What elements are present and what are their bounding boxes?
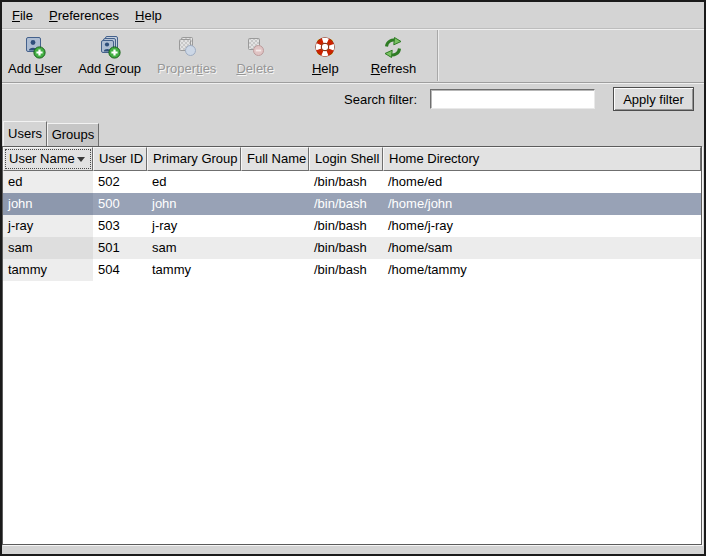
- table-body: ed502ed/bin/bash/home/edjohn500john/bin/…: [3, 171, 701, 544]
- toolbar-help-button[interactable]: Help: [306, 34, 345, 78]
- menu-preferences[interactable]: Preferences: [43, 5, 125, 26]
- toolbar-refresh-button[interactable]: Refresh: [365, 34, 423, 78]
- sort-descending-icon: [77, 157, 85, 162]
- menu-help[interactable]: Help: [129, 5, 168, 26]
- toolbar-delete-button: Delete: [230, 34, 280, 78]
- table-cell: 501: [93, 237, 147, 259]
- group-add-icon: [98, 36, 122, 60]
- table-cell: /bin/bash: [309, 259, 383, 281]
- search-filter-input[interactable]: [430, 89, 595, 109]
- delete-icon: [243, 36, 267, 60]
- table-row[interactable]: tammy504tammy/bin/bash/home/tammy: [3, 259, 701, 281]
- column-header-user-name[interactable]: User Name: [3, 147, 93, 171]
- table-cell: john: [147, 193, 241, 215]
- table-cell: /home/tammy: [383, 259, 701, 281]
- column-header-user-id[interactable]: User ID: [93, 147, 147, 171]
- table-cell: [241, 237, 309, 259]
- table-cell: john: [3, 193, 93, 215]
- table-cell: 500: [93, 193, 147, 215]
- table-cell: /home/ed: [383, 171, 701, 193]
- toolbar-properties-button: Properties: [151, 34, 222, 78]
- tab-groups[interactable]: Groups: [47, 123, 99, 146]
- table-cell: ed: [147, 171, 241, 193]
- table-cell: [241, 215, 309, 237]
- table-cell: sam: [3, 237, 93, 259]
- toolbar-label: Add Group: [78, 61, 141, 76]
- toolbar-edge-separator: [437, 30, 438, 81]
- table-cell: 502: [93, 171, 147, 193]
- column-header-home-directory[interactable]: Home Directory: [383, 147, 701, 171]
- table-cell: tammy: [3, 259, 93, 281]
- table-cell: 504: [93, 259, 147, 281]
- refresh-icon: [381, 36, 405, 60]
- table-cell: /bin/bash: [309, 237, 383, 259]
- table-cell: 503: [93, 215, 147, 237]
- toolbar-label: Refresh: [371, 61, 417, 76]
- column-header-primary-group[interactable]: Primary Group: [147, 147, 241, 171]
- table-cell: tammy: [147, 259, 241, 281]
- table-cell: /home/j-ray: [383, 215, 701, 237]
- table-row[interactable]: sam501sam/bin/bash/home/sam: [3, 237, 701, 259]
- user-manager-window: File Preferences Help Add User: [0, 0, 706, 556]
- table-cell: /bin/bash: [309, 215, 383, 237]
- user-add-icon: [23, 36, 47, 60]
- table-row[interactable]: john500john/bin/bash/home/john: [3, 193, 701, 215]
- column-header-login-shell[interactable]: Login Shell: [309, 147, 383, 171]
- users-table: User Name User ID Primary Group Full Nam…: [2, 146, 702, 545]
- table-cell: [241, 259, 309, 281]
- apply-filter-button[interactable]: Apply filter: [613, 87, 694, 111]
- toolbar: Add User Add Group: [2, 29, 704, 83]
- menu-file[interactable]: File: [6, 5, 39, 26]
- table-cell: j-ray: [3, 215, 93, 237]
- toolbar-label: Properties: [157, 61, 216, 76]
- toolbar-label: Add User: [8, 61, 62, 76]
- table-cell: /home/sam: [383, 237, 701, 259]
- table-cell: ed: [3, 171, 93, 193]
- table-header-row: User Name User ID Primary Group Full Nam…: [3, 147, 701, 171]
- table-cell: /home/john: [383, 193, 701, 215]
- toolbar-label: Delete: [236, 61, 274, 76]
- column-header-full-name[interactable]: Full Name: [241, 147, 309, 171]
- search-filter-label: Search filter:: [344, 92, 417, 107]
- table-cell: /bin/bash: [309, 171, 383, 193]
- filter-row: Search filter: Apply filter: [2, 83, 704, 119]
- tab-users[interactable]: Users: [3, 121, 47, 146]
- table-cell: [241, 171, 309, 193]
- help-icon: [313, 36, 337, 60]
- table-cell: j-ray: [147, 215, 241, 237]
- toolbar-add-user-button[interactable]: Add User: [2, 34, 68, 78]
- properties-icon: [175, 36, 199, 60]
- menubar: File Preferences Help: [2, 2, 704, 29]
- table-cell: sam: [147, 237, 241, 259]
- toolbar-label: Help: [312, 61, 339, 76]
- toolbar-add-group-button[interactable]: Add Group: [72, 34, 147, 78]
- table-cell: /bin/bash: [309, 193, 383, 215]
- table-row[interactable]: ed502ed/bin/bash/home/ed: [3, 171, 701, 193]
- table-row[interactable]: j-ray503j-ray/bin/bash/home/j-ray: [3, 215, 701, 237]
- table-cell: [241, 193, 309, 215]
